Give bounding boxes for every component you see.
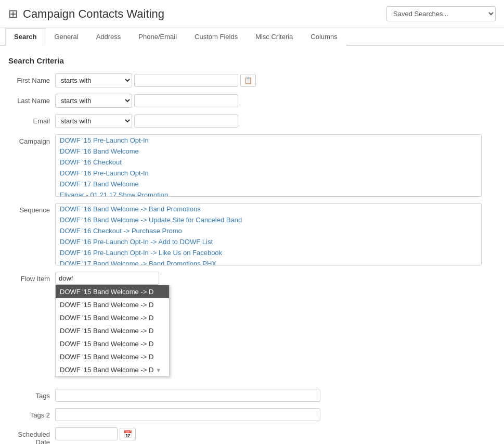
list-item[interactable]: DOWF '16 Checkout -> Purchase Promo xyxy=(56,225,481,236)
scheduled-date-row: Scheduled Date 📅 xyxy=(8,427,496,444)
sequence-listbox[interactable]: DOWF '16 Band Welcome -> Band Promotions… xyxy=(55,203,482,265)
last-name-condition[interactable]: starts with equals contains ends with xyxy=(55,94,132,108)
app-icon: ⊞ xyxy=(8,7,18,21)
last-name-row: Last Name starts with equals contains en… xyxy=(8,94,496,108)
tab-misc-criteria[interactable]: Misc Criteria xyxy=(247,28,302,46)
autocomplete-item[interactable]: DOWF '15 Band Welcome -> D xyxy=(56,311,169,324)
tags-controls xyxy=(55,389,496,402)
scheduled-date-controls: 📅 xyxy=(55,427,496,440)
list-item[interactable]: DOWF '16 Pre-Launch Opt-In -> Like Us on… xyxy=(56,247,481,258)
tab-custom-fields[interactable]: Custom Fields xyxy=(186,28,247,46)
email-condition[interactable]: starts with equals contains ends with xyxy=(55,114,132,128)
campaign-row: Campaign DOWF '15 Pre-Launch Opt-In DOWF… xyxy=(8,134,496,197)
scheduled-date-label: Scheduled Date xyxy=(8,427,55,444)
list-item[interactable]: DOWF '16 Band Welcome -> Update Site for… xyxy=(56,214,481,225)
flow-item-controls: DOWF '15 Band Welcome -> D DOWF '15 Band… xyxy=(55,272,496,285)
title-text: Campaign Contacts Waiting xyxy=(23,7,164,21)
autocomplete-item[interactable]: DOWF '15 Band Welcome -> D xyxy=(56,324,169,337)
tab-bar: Search General Address Phone/Email Custo… xyxy=(0,28,504,46)
autocomplete-item[interactable]: DOWF '15 Band Welcome -> D xyxy=(56,298,169,311)
first-name-condition[interactable]: starts with equals contains ends with xyxy=(55,73,132,87)
first-name-label: First Name xyxy=(8,73,55,84)
autocomplete-item[interactable]: DOWF '15 Band Welcome -> D xyxy=(56,337,169,350)
flow-item-autocomplete: DOWF '15 Band Welcome -> D DOWF '15 Band… xyxy=(55,272,159,285)
tags2-label: Tags 2 xyxy=(8,408,55,419)
autocomplete-dropdown: DOWF '15 Band Welcome -> D DOWF '15 Band… xyxy=(55,285,170,377)
sequence-label: Sequence xyxy=(8,203,55,214)
first-name-row: First Name starts with equals contains e… xyxy=(8,73,496,87)
campaign-label: Campaign xyxy=(8,134,55,145)
tab-general[interactable]: General xyxy=(45,28,87,46)
campaign-listbox[interactable]: DOWF '15 Pre-Launch Opt-In DOWF '16 Band… xyxy=(55,134,482,197)
list-item[interactable]: DOWF '15 Pre-Launch Opt-In xyxy=(56,135,481,146)
campaign-controls: DOWF '15 Pre-Launch Opt-In DOWF '16 Band… xyxy=(55,134,496,197)
tab-columns[interactable]: Columns xyxy=(302,28,346,46)
tab-phone-email[interactable]: Phone/Email xyxy=(130,28,186,46)
first-name-controls: starts with equals contains ends with 📋 xyxy=(55,73,496,87)
last-name-input[interactable] xyxy=(134,94,238,107)
tags-input[interactable] xyxy=(55,389,320,402)
list-item[interactable]: DOWF '16 Pre-Launch Opt-In xyxy=(56,168,481,179)
list-item[interactable]: DOWF '17 Band Welcome -> Band Promotions… xyxy=(56,258,481,265)
list-item[interactable]: DOWF '16 Checkout xyxy=(56,157,481,168)
flow-item-label: Flow Item xyxy=(8,272,55,283)
page-title: ⊞ Campaign Contacts Waiting xyxy=(8,7,164,21)
email-label: Email xyxy=(8,114,55,125)
email-controls: starts with equals contains ends with xyxy=(55,114,496,128)
email-row: Email starts with equals contains ends w… xyxy=(8,114,496,128)
last-name-controls: starts with equals contains ends with xyxy=(55,94,496,108)
autocomplete-item[interactable]: DOWF '15 Band Welcome -> D xyxy=(56,285,169,298)
email-input[interactable] xyxy=(134,115,238,128)
main-content: Search Criteria First Name starts with e… xyxy=(0,46,504,444)
scheduled-date-input[interactable] xyxy=(55,427,118,440)
last-name-label: Last Name xyxy=(8,94,55,105)
flow-item-row: Flow Item DOWF '15 Band Welcome -> D DOW… xyxy=(8,272,496,285)
tags2-controls xyxy=(55,408,496,421)
calendar-button[interactable]: 📅 xyxy=(120,428,136,440)
tab-search[interactable]: Search xyxy=(5,28,45,46)
list-item[interactable]: DOWF '16 Pre-Launch Opt-In -> Add to DOW… xyxy=(56,236,481,247)
section-title: Search Criteria xyxy=(8,56,496,65)
autocomplete-item[interactable]: DOWF '15 Band Welcome -> D xyxy=(56,350,169,363)
sequence-controls: DOWF '16 Band Welcome -> Band Promotions… xyxy=(55,203,496,265)
sequence-row: Sequence DOWF '16 Band Welcome -> Band P… xyxy=(8,203,496,265)
list-item[interactable]: DOWF '16 Band Welcome -> Band Promotions xyxy=(56,204,481,214)
list-item[interactable]: DOWF '16 Band Welcome xyxy=(56,146,481,157)
first-name-icon-btn[interactable]: 📋 xyxy=(240,74,256,87)
tags-row: Tags xyxy=(8,389,496,402)
header: ⊞ Campaign Contacts Waiting Saved Search… xyxy=(0,0,504,28)
tags2-row: Tags 2 xyxy=(8,408,496,421)
tags2-input[interactable] xyxy=(55,408,320,421)
first-name-input[interactable] xyxy=(134,74,238,87)
tags-label: Tags xyxy=(8,389,55,400)
saved-searches-dropdown[interactable]: Saved Searches... xyxy=(386,6,496,21)
autocomplete-item[interactable]: DOWF '15 Band Welcome -> D ▼ xyxy=(56,363,169,376)
tab-address[interactable]: Address xyxy=(87,28,130,46)
list-item[interactable]: DOWF '17 Band Welcome xyxy=(56,179,481,189)
list-item[interactable]: Elivagar - 01.21.17 Show Promotion xyxy=(56,189,481,197)
flow-item-input[interactable] xyxy=(55,272,159,285)
